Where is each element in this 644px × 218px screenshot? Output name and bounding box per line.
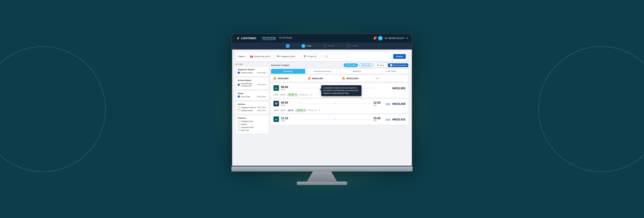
fare-summary: 🔥 HKD2,588+ 🔥 HKD5,138+ 🔥 HKD13,018+ [271,75,408,82]
ndc-fare-label: NDC Fare [241,129,266,132]
filter-label: Filter [238,63,243,65]
departure-checkbox[interactable] [238,72,240,74]
arrival-checkbox[interactable] [238,84,240,86]
destination-flag-icon: 🇸🇬 [277,55,279,58]
flight-2-fuel-badge: ⛽ 0% [287,109,294,112]
svg-text:CX: CX [275,119,277,120]
decorative-circle-right [538,46,644,172]
app-name: LIGHTNING [241,37,256,40]
stops-item[interactable]: Direct Only HKD2,588+ [238,96,266,98]
flight-1-dep-city: HKG [281,89,296,91]
flight-step-label: Flight [306,45,311,47]
cabin-tab-first[interactable]: First Class [374,69,408,74]
stops-title: Stops [238,92,266,95]
finalize-step-label: Finalize [351,45,358,47]
nav-new-booking[interactable]: New Booking [262,36,276,40]
premium-fare-icon: 🔥 [307,77,311,80]
flight-step-icon: ✈ [301,44,305,48]
stops-section: Stops Direct Only HKD2,588+ [236,91,268,100]
sort-button[interactable]: ⇅ Sorts [375,63,386,67]
flight-3-detail-link[interactable]: Detail [385,118,390,120]
progress-step-review: Review [323,44,335,48]
arrival-airport-item[interactable]: SINGAPORE CHANGI APT HKD2,588+ [238,82,266,87]
origin-field[interactable]: 🇭🇰 Hong Kong (HKG) [248,54,273,59]
stops-label: Direct Only [241,96,256,98]
destination-text: Singapore (SIN) [280,55,295,58]
route-tab-hkg-sin[interactable]: HKG to SIN [344,63,358,67]
sort-icon: ⇅ [377,64,379,66]
fastest-label: Fastest [241,123,266,125]
progress-line-1 [292,46,299,46]
route-tab-sin-hkg[interactable]: SIN to HKG [359,63,373,67]
passenger-icon: 👤 [286,44,290,48]
singapore-airlines-item[interactable]: Singapore Airlines HKD2,588+ [238,106,266,109]
cabin-tab-premium[interactable]: Premium Economy [305,69,340,74]
flight-2-route [298,104,371,104]
modify-button[interactable]: Modify [393,54,406,59]
monitor-screen: ⚡ LIGHTNING New Booking My Bookings 🔔 1 … [231,33,413,166]
flight-2-detail-link[interactable]: Detail [385,103,390,105]
finalize-step-icon [346,44,350,48]
flight-card-row-2: 🦁 09:05 HKG [271,99,408,109]
destination-field[interactable]: 🇸🇬 Singapore (SIN) [274,54,300,59]
corporate-deal-item[interactable]: Corporate Deal [238,126,266,128]
cathay-pacific-label: Cathay Pacific [241,109,256,112]
arrival-airport-label: SINGAPORE CHANGI APT [241,82,256,87]
flight-2-co2: 308 kg CO₂ [308,109,317,111]
corporate-deal-checkbox[interactable] [238,126,240,128]
cheapest-fare-item[interactable]: Cheapest Fare [238,120,266,122]
flight-card-1: CX 08:00 HKG [271,83,408,98]
date-text: 07-Apr-25 [307,55,316,58]
cheapest-fare-checkbox[interactable] [238,120,240,122]
fare-forecast-button[interactable]: 📈 Fare Forecaster [388,63,408,67]
progress-step-flight: ✈ Flight [301,44,311,48]
app-logo: ⚡ LIGHTNING [236,36,256,40]
cathay-pacific-item[interactable]: Cathay Pacific HKD2,900+ [238,109,266,112]
filter-icon: ⊞ [236,63,237,65]
flight-2-saf-badge: 🌿 SAF: A [296,109,306,112]
cabin-tab-economy[interactable]: Economy [271,69,305,74]
user-name: Mr. EDWIN SCOUT [385,37,405,39]
progress-step-passenger: 👤 [286,44,290,48]
monitor-base [297,182,347,185]
lightning-icon: ⚡ [236,36,240,40]
stops-checkbox[interactable] [238,96,240,98]
singapore-airlines-checkbox[interactable] [238,106,240,108]
cabin-tab-business[interactable]: Business [340,69,374,74]
flight-2-dep-time: 09:05 [281,101,296,104]
time-field[interactable]: 🕐 [323,54,348,59]
fare-col-first: N/A [374,75,409,82]
flight-2-number: SQ899 · 3h50m [273,109,286,111]
flight-1-number: CX691 · 3h55m [273,94,286,96]
flight-3-route-line [298,119,371,119]
corporate-deal-label: Corporate Deal [241,126,266,128]
departure-airport-item[interactable]: HONG KONG... HKD2,588+ [238,72,266,74]
cx-logo-1: CX [273,85,279,91]
fastest-checkbox[interactable] [238,123,240,125]
monitor-stand [307,171,337,182]
info-circle-icon-2: ⓘ [318,109,320,112]
decorative-circle-left [0,46,106,172]
flight-3-departure: 11:15 HKG [281,117,296,122]
premium-fare-amount: HKD5,138+ [312,77,324,80]
flight-2-arr-time: 12:55 [373,101,383,104]
flight-3-arr-time: 15:05 [373,117,383,120]
ndc-fare-item[interactable]: NDC Fare [238,129,266,132]
airlines-section: Airlines Singapore Airlines HKD2,588+ Ca… [236,102,268,114]
fare-col-premium: 🔥 HKD5,138+ [305,75,340,82]
fastest-item[interactable]: Fastest [238,123,266,125]
cx-logo-3: CX [273,116,279,122]
stops-price: HKD2,588+ [257,96,266,98]
info-circle-icon-1: ⓘ [310,93,312,96]
date-field[interactable]: 📅 07-Apr-25 [301,54,321,59]
nav-my-bookings[interactable]: My Bookings [279,36,292,40]
user-dropdown-icon[interactable]: ▾ [407,37,408,39]
navbar: ⚡ LIGHTNING New Booking My Bookings 🔔 1 … [232,34,412,42]
flight-label: Flight 1 [238,55,245,58]
cathay-pacific-price: HKD2,900+ [257,110,266,111]
cathay-pacific-checkbox[interactable] [238,109,240,111]
flight-1-price: HKD2,900 [392,87,406,90]
ndc-fare-checkbox[interactable] [238,129,240,131]
progress-line-2 [313,46,321,46]
notification-bell[interactable]: 🔔 1 [373,37,376,39]
